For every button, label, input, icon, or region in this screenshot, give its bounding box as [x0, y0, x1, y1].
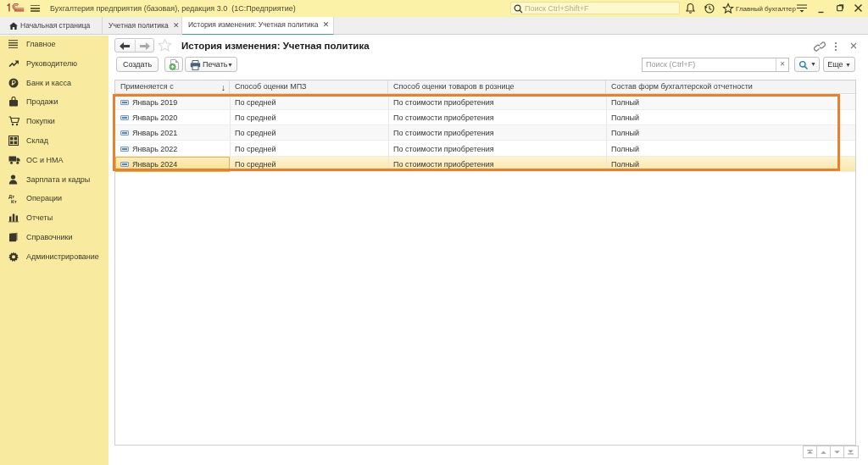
svg-text:Кт: Кт — [11, 199, 17, 204]
svg-text:Дт: Дт — [8, 194, 14, 199]
